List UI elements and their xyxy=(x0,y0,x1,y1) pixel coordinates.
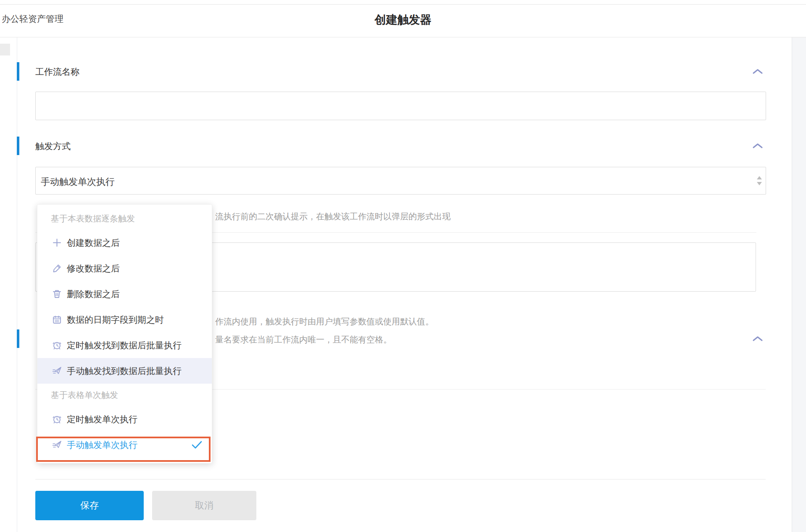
params-hint-text: 作流内使用，触发执行时由用户填写参数值或使用默认值。 xyxy=(215,316,434,327)
trigger-mode-dropdown: 基于本表数据逐条触发 创建数据之后 修改数据之后 删除数据之后 数据的日期字段到… xyxy=(37,204,212,464)
dropdown-item-label: 定时触发找到数据后批量执行 xyxy=(67,340,182,351)
dropdown-item-label: 删除数据之后 xyxy=(67,288,120,300)
plus-icon xyxy=(52,238,62,248)
check-icon xyxy=(191,440,203,449)
workflow-name-label: 工作流名称 xyxy=(35,66,79,78)
trigger-mode-select-value: 手动触发单次执行 xyxy=(41,176,115,188)
cancel-button[interactable]: 取消 xyxy=(152,491,256,520)
dropdown-item-label: 定时触发单次执行 xyxy=(67,413,137,425)
confirm-hint-text: 流执行前的二次确认提示，在触发该工作流时以弹层的形式出现 xyxy=(215,211,450,222)
dropdown-item-label: 修改数据之后 xyxy=(67,263,120,274)
send-icon xyxy=(52,440,62,450)
collapse-chevron-up-icon[interactable] xyxy=(752,68,763,75)
dropdown-item-manual-single[interactable]: 手动触发单次执行 xyxy=(37,432,212,458)
dropdown-item-after-modify[interactable]: 修改数据之后 xyxy=(37,255,212,281)
select-sort-arrows-icon[interactable] xyxy=(756,175,763,186)
top-divider xyxy=(0,4,806,5)
save-button[interactable]: 保存 xyxy=(35,491,144,520)
dropdown-item-timed-single[interactable]: 定时触发单次执行 xyxy=(37,406,212,432)
dropdown-item-manual-batch[interactable]: 手动触发找到数据后批量执行 xyxy=(37,358,212,384)
dropdown-item-label: 手动触发单次执行 xyxy=(67,439,137,451)
variable-hint-text: 量名要求在当前工作流内唯一，且不能有空格。 xyxy=(215,334,392,345)
page-title: 创建触发器 xyxy=(0,12,806,27)
dropdown-item-after-create[interactable]: 创建数据之后 xyxy=(37,230,212,255)
dropdown-group-header: 基于本表数据逐条触发 xyxy=(37,207,212,230)
calendar-icon xyxy=(52,315,62,324)
trigger-mode-select[interactable] xyxy=(35,167,766,195)
section-accent-bar xyxy=(17,329,19,348)
footer-divider xyxy=(35,479,766,479)
workflow-name-input[interactable] xyxy=(35,92,766,120)
collapse-chevron-up-icon[interactable] xyxy=(752,142,763,149)
send-icon xyxy=(52,366,62,376)
dropdown-item-after-delete[interactable]: 删除数据之后 xyxy=(37,281,212,307)
page-scrollbar[interactable] xyxy=(792,37,806,532)
dropdown-item-date-due[interactable]: 数据的日期字段到期之时 xyxy=(37,307,212,332)
panel-left-border xyxy=(17,37,17,532)
collapse-chevron-up-icon[interactable] xyxy=(752,335,763,342)
alarm-icon xyxy=(52,414,62,424)
dropdown-item-label: 创建数据之后 xyxy=(67,237,120,249)
dropdown-item-timed-batch[interactable]: 定时触发找到数据后批量执行 xyxy=(37,332,212,358)
section-accent-bar xyxy=(17,62,19,81)
alarm-icon xyxy=(52,340,62,350)
section-accent-bar xyxy=(17,137,19,155)
pencil-icon xyxy=(52,263,62,273)
dropdown-item-label: 手动触发找到数据后批量执行 xyxy=(67,365,182,377)
trash-icon xyxy=(52,289,62,299)
header-divider xyxy=(0,37,806,37)
dropdown-group-header: 基于表格单次触发 xyxy=(37,384,212,406)
dropdown-item-label: 数据的日期字段到期之时 xyxy=(67,314,164,326)
left-scroll-stub xyxy=(0,44,10,55)
trigger-mode-label: 触发方式 xyxy=(35,140,71,152)
